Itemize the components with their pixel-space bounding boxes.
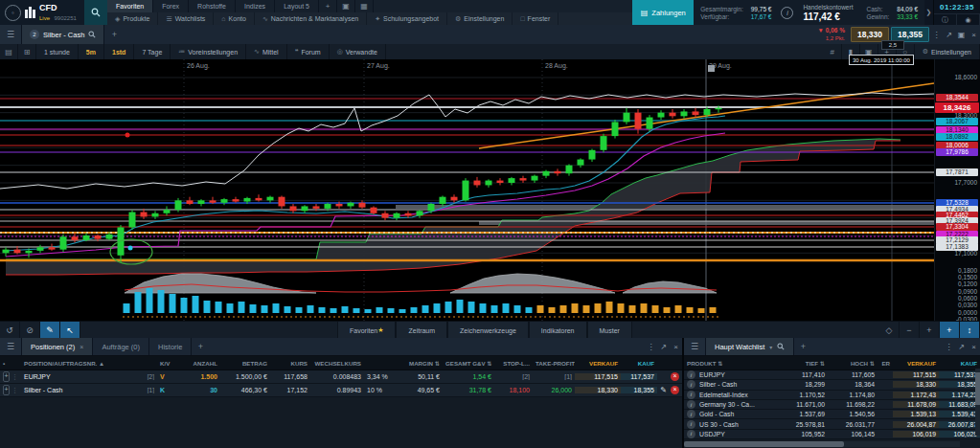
- menu-schulungsangebot[interactable]: ✦Schulungsangebot: [367, 12, 447, 25]
- expand-icon[interactable]: ↗: [943, 25, 955, 44]
- watchlist-horizontal-scrollbar[interactable]: [684, 441, 960, 447]
- tab-auftr-ge-[interactable]: Aufträge (0): [93, 338, 149, 355]
- expand-row-icon[interactable]: +: [3, 385, 10, 395]
- search-button[interactable]: [84, 0, 107, 25]
- wl-verkauf[interactable]: 26.004,87: [893, 421, 939, 428]
- col-kurs[interactable]: KURS: [270, 360, 310, 367]
- menu-watchlists[interactable]: ☰Watchlists: [158, 12, 214, 25]
- timeframe-dropdown[interactable]: 1 stunde: [36, 44, 79, 59]
- header-tab-favoriten[interactable]: Favoriten: [107, 0, 153, 12]
- positions-expand-icon[interactable]: ↗: [657, 338, 670, 355]
- wl-kauf[interactable]: 1.539,43: [939, 411, 980, 417]
- watchlist-tab[interactable]: Haupt Watchlist ▾: [706, 338, 794, 355]
- wl-verkauf[interactable]: 18,330: [893, 381, 939, 388]
- tab-historie[interactable]: Historie: [149, 338, 192, 355]
- watchlist-row[interactable]: iEURJPY117,410117,605117,515117,537: [684, 370, 980, 380]
- new-chart-tab-button[interactable]: +: [104, 25, 124, 44]
- wl-kauf[interactable]: 117,537: [939, 371, 980, 378]
- watchlist-close-icon[interactable]: ×: [968, 338, 980, 355]
- wl-verkauf[interactable]: 106,019: [893, 431, 939, 437]
- tool-forum[interactable]: ❝Forum: [287, 44, 330, 59]
- wl-col-er[interactable]: ER: [877, 360, 893, 367]
- wl-verkauf[interactable]: 1.539,13: [893, 411, 939, 417]
- menu-einstellungen[interactable]: ⚙Einstellungen: [447, 12, 513, 25]
- price-axis[interactable]: 18,600018,354418,342618,300018,206718,13…: [934, 59, 980, 321]
- tool-voreinstellungen[interactable]: ≔Voreinstellungen: [171, 44, 246, 59]
- pointer-mode-icon[interactable]: ↖: [60, 322, 80, 339]
- col-margin[interactable]: MARGIN ⇅: [399, 360, 443, 367]
- watchlist-expand-icon[interactable]: ↗: [955, 338, 968, 355]
- watchlist-vertical-scrollbar[interactable]: [975, 369, 980, 436]
- chart-bottom-zeichenwerkzeuge[interactable]: Zeichenwerkzeuge: [447, 322, 529, 339]
- wl-verkauf[interactable]: 11.678,09: [893, 401, 939, 408]
- col-verkauf[interactable]: VERKAUF: [575, 360, 621, 367]
- col-anzahl[interactable]: ANZAHL: [182, 360, 220, 367]
- wl-kauf[interactable]: 26.007,87: [939, 421, 980, 428]
- chart-bottom-zeitraum[interactable]: Zeitraum: [396, 322, 447, 339]
- col-wechselkurs[interactable]: WECHSELKURS: [310, 360, 364, 367]
- zoom-in-icon[interactable]: +: [920, 322, 940, 339]
- close-position-icon[interactable]: ×: [671, 372, 679, 381]
- collapse-chevron-icon[interactable]: ❯: [924, 0, 933, 25]
- add-watchlist-tab-button[interactable]: +: [794, 338, 811, 355]
- panel-layout-icon[interactable]: ▤: [0, 44, 18, 59]
- info-icon[interactable]: i: [781, 7, 793, 19]
- watchlist-row[interactable]: iSilber - Cash18,29918,36418,33018,355: [684, 380, 980, 390]
- new-layout-icon[interactable]: ▦: [355, 0, 374, 12]
- cell-kauf[interactable]: 117,537: [621, 373, 657, 380]
- chart-settings-button[interactable]: ⚙ Einstellungen: [915, 44, 980, 59]
- copy-layout-icon[interactable]: ▣: [337, 0, 355, 12]
- auto-scale-icon[interactable]: ◇: [879, 322, 900, 339]
- col-gesamt-g&v[interactable]: GESAMT G&V ⇅: [443, 360, 494, 367]
- quick-timeframe-5m[interactable]: 5m: [79, 44, 104, 59]
- power-icon[interactable]: ◉: [957, 14, 980, 25]
- positions-menu-icon[interactable]: ☰: [0, 338, 22, 355]
- col-k-v[interactable]: K/V: [157, 360, 182, 367]
- menu-konto[interactable]: ⌂Konto: [214, 12, 255, 25]
- close-position-icon[interactable]: ×: [671, 386, 679, 394]
- header-tab-forex[interactable]: Forex: [153, 0, 189, 12]
- zahlungen-button[interactable]: ▤ Zahlungen: [632, 0, 694, 25]
- col-kauf[interactable]: KAUF: [621, 360, 657, 367]
- add-positions-tab-button[interactable]: +: [192, 338, 209, 355]
- cell-verkauf[interactable]: 18,330: [575, 387, 621, 393]
- position-row[interactable]: +⋮EURJPY[2]V1.5001.500,00 €117,6580.0084…: [0, 370, 682, 384]
- draw-mode-icon[interactable]: ✎: [40, 322, 60, 339]
- row-expander[interactable]: +⋮: [0, 371, 21, 382]
- product-info-icon[interactable]: i: [687, 380, 695, 389]
- wl-kauf[interactable]: 18,355: [939, 381, 980, 388]
- chart-bottom-indikatoren[interactable]: Indikatoren: [529, 322, 587, 339]
- watchlist-row[interactable]: iGermany 30 - Ca...11.671,0011.698,2211.…: [684, 400, 980, 410]
- row-menu-icon[interactable]: ⋮: [11, 387, 18, 394]
- product-info-icon[interactable]: i: [687, 430, 695, 438]
- quick-timeframe-7tage[interactable]: 7 Tage: [134, 44, 171, 59]
- zoom-out-icon[interactable]: −: [900, 322, 920, 339]
- wl-verkauf[interactable]: 117,515: [893, 371, 939, 378]
- grid-layout-icon[interactable]: ⊞: [18, 44, 36, 59]
- wl-col-kauf[interactable]: KAUF: [939, 360, 980, 367]
- close-tab-icon[interactable]: ×: [80, 344, 83, 350]
- product-info-icon[interactable]: i: [687, 410, 695, 418]
- wl-kauf[interactable]: 1.174,23: [939, 392, 980, 398]
- header-tab-rohstoffe[interactable]: Rohstoffe: [189, 0, 236, 12]
- watchlist-search-icon[interactable]: [777, 343, 785, 350]
- col-take-profit[interactable]: TAKE-PROFIT: [533, 360, 575, 367]
- position-row[interactable]: +⋮Silber - Cash[1]K30466,30 €17,1520.899…: [0, 384, 682, 397]
- chart-bottom-favoriten[interactable]: Favoriten ★: [337, 322, 396, 339]
- close-icon[interactable]: ×: [968, 25, 980, 44]
- vertical-fit-icon[interactable]: ↕: [960, 322, 980, 339]
- edit-position-icon[interactable]: ✎: [660, 386, 667, 394]
- tool-mittel[interactable]: ∿Mittel: [246, 44, 287, 59]
- col-betrag[interactable]: BETRAG: [220, 360, 270, 367]
- watchlist-row[interactable]: iUSDJPY105,952106,145106,019106,029: [684, 430, 980, 439]
- more-options-icon[interactable]: ⋮: [930, 25, 943, 44]
- chart-tab-silber-cash[interactable]: 2 Silber - Cash: [22, 25, 104, 44]
- header-tab-layout-5[interactable]: Layout 5: [275, 0, 319, 12]
- header-tab-indizes[interactable]: Indizes: [236, 0, 275, 12]
- refresh-icon[interactable]: ↺: [0, 322, 20, 339]
- positions-more-icon[interactable]: ⋮: [645, 338, 657, 355]
- platform-info-icon[interactable]: ⓘ: [934, 14, 957, 25]
- tab-positionen-[interactable]: Positionen (2)×: [22, 338, 93, 355]
- cell-verkauf[interactable]: 117,515: [575, 373, 621, 380]
- menu-fenster[interactable]: □Fenster: [513, 12, 558, 25]
